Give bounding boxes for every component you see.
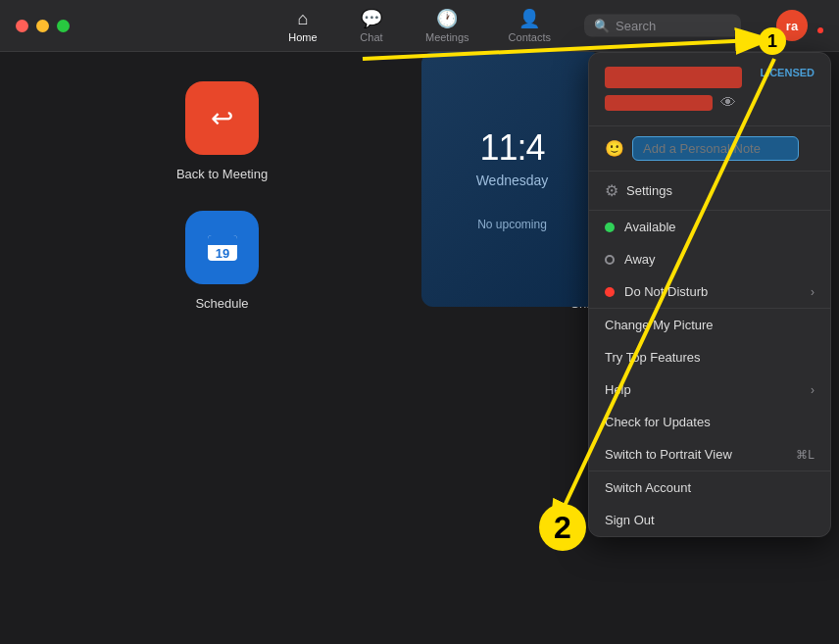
traffic-lights [0, 20, 70, 32]
smiley-icon: 🙂 [605, 139, 624, 158]
no-upcoming-text: No upcoming [477, 218, 547, 231]
status-dnd-left: Do Not Disturb [605, 284, 708, 299]
away-dot [605, 255, 615, 265]
sign-out-label: Sign Out [605, 513, 655, 527]
tab-contacts[interactable]: 👤 Contacts [489, 2, 570, 49]
calendar-icon-svg: 19 [205, 230, 240, 266]
try-top-features-item[interactable]: Try Top Features [589, 341, 830, 373]
available-label: Available [624, 220, 676, 234]
dnd-label: Do Not Disturb [624, 284, 708, 299]
annotation-badge-2: 2 [539, 504, 586, 551]
gear-icon: ⚙ [605, 181, 618, 200]
back-to-meeting-icon: ↩ [185, 81, 259, 155]
search-bar[interactable]: 🔍 Search [584, 15, 741, 37]
clock-time: 11:4 [479, 127, 544, 169]
profile-status-red-bar [605, 95, 713, 111]
help-chevron-icon: › [811, 383, 814, 397]
annotation-badge-1: 1 [759, 27, 786, 55]
chat-icon: 💬 [361, 8, 382, 29]
settings-row[interactable]: ⚙ Settings [589, 172, 830, 211]
switch-portrait-label: Switch to Portrait View [605, 447, 732, 462]
licensed-badge: LICENSED [760, 67, 814, 78]
check-updates-item[interactable]: Check for Updates [589, 406, 830, 438]
svg-rect-2 [208, 240, 237, 245]
status-available[interactable]: Available [589, 211, 830, 243]
clock-day: Wednesday [476, 173, 549, 188]
back-to-meeting-label: Back to Meeting [176, 167, 268, 181]
personal-note-input[interactable] [632, 136, 799, 161]
profile-section: 👁 LICENSED [589, 53, 830, 126]
schedule-label: Schedule [195, 296, 248, 311]
nav-tabs: ⌂ Home 💬 Chat 🕐 Meetings 👤 Contacts [269, 2, 570, 49]
calendar-panel: 11:4 Wednesday No upcoming [421, 52, 603, 307]
settings-label: Settings [626, 183, 672, 198]
check-updates-label: Check for Updates [605, 415, 711, 429]
personal-note-section: 🙂 [589, 126, 830, 172]
search-icon: 🔍 [594, 19, 610, 33]
eye-icon[interactable]: 👁 [720, 94, 736, 112]
contacts-icon: 👤 [518, 8, 540, 29]
away-label: Away [624, 252, 656, 267]
tab-chat-label: Chat [360, 31, 382, 43]
back-to-meeting-button[interactable]: ↩ Back to Meeting [39, 81, 405, 181]
status-away-left: Away [605, 252, 656, 267]
schedule-button[interactable]: 19 Schedule [39, 211, 405, 311]
available-dot [605, 223, 615, 232]
profile-name-bar [605, 67, 742, 88]
close-button[interactable] [16, 20, 28, 32]
back-arrow-icon: ↩ [211, 102, 233, 134]
home-icon: ⌂ [298, 9, 309, 29]
switch-portrait-item[interactable]: Switch to Portrait View ⌘L [589, 438, 830, 471]
switch-account-item[interactable]: Switch Account [589, 471, 830, 504]
profile-status-bar: 👁 [605, 94, 814, 112]
minimize-button[interactable] [36, 20, 49, 32]
status-available-left: Available [605, 220, 676, 234]
tab-contacts-label: Contacts [509, 31, 551, 43]
switch-account-label: Switch Account [605, 480, 691, 495]
tab-chat[interactable]: 💬 Chat [337, 2, 406, 49]
status-away[interactable]: Away [589, 243, 830, 275]
switch-portrait-shortcut: ⌘L [796, 448, 814, 462]
avatar-initials: ra [786, 19, 798, 33]
change-picture-label: Change My Picture [605, 318, 714, 332]
svg-text:19: 19 [215, 246, 228, 261]
avatar-notification-badge [815, 25, 825, 35]
try-top-features-label: Try Top Features [605, 350, 701, 365]
help-item[interactable]: Help › [589, 373, 830, 406]
maximize-button[interactable] [57, 20, 70, 32]
tab-meetings-label: Meetings [425, 31, 469, 43]
help-label: Help [605, 382, 631, 397]
meetings-icon: 🕐 [436, 8, 458, 29]
dnd-dot [605, 287, 615, 297]
profile-dropdown-menu: 👁 LICENSED 🙂 ⚙ Settings Available Away D… [588, 52, 831, 537]
tab-home[interactable]: ⌂ Home [269, 3, 337, 49]
change-picture-item[interactable]: Change My Picture [589, 309, 830, 341]
title-bar: ⌂ Home 💬 Chat 🕐 Meetings 👤 Contacts 🔍 Se… [0, 0, 839, 52]
tab-meetings[interactable]: 🕐 Meetings [406, 2, 489, 49]
dnd-chevron-icon: › [811, 285, 814, 299]
tab-home-label: Home [288, 31, 317, 43]
search-placeholder: Search [616, 19, 656, 33]
status-dnd[interactable]: Do Not Disturb › [589, 275, 830, 308]
schedule-icon: 19 [185, 211, 259, 284]
sign-out-item[interactable]: Sign Out [589, 504, 830, 536]
